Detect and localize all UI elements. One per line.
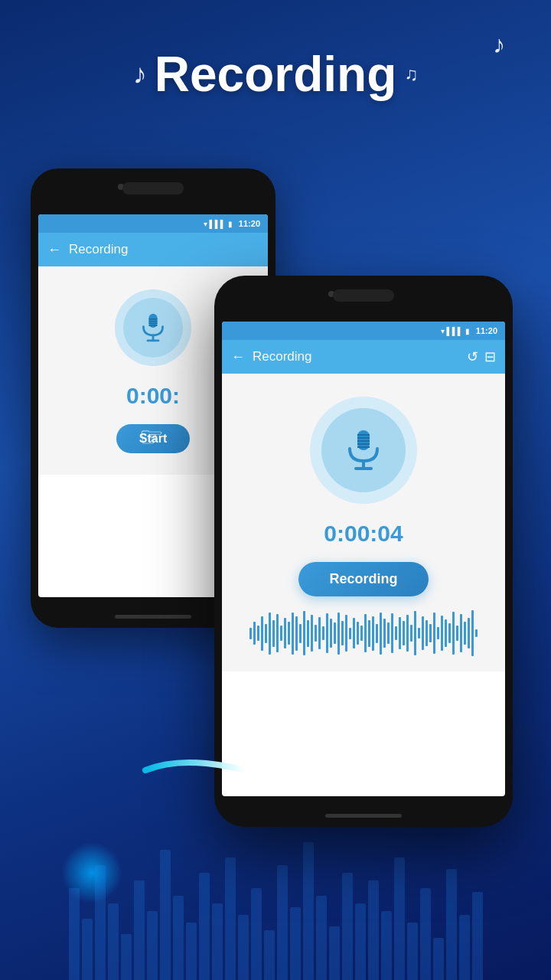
back-microphone-icon — [137, 312, 169, 344]
front-status-icons: ▾ ▌▌▌ ▮ — [441, 327, 470, 335]
wifi-icon: ▾ — [204, 220, 207, 228]
hand-cursor-icon: ☞ — [139, 421, 164, 453]
back-mic-outer-ring — [115, 289, 191, 366]
front-time: 11:20 — [476, 326, 497, 335]
undo-icon[interactable]: ↺ — [467, 348, 478, 365]
save-icon[interactable]: ⊟ — [484, 348, 496, 365]
front-battery-icon: ▮ — [465, 327, 470, 335]
battery-icon: ▮ — [228, 220, 233, 228]
back-status-icons: ▾ ▌▌▌ ▮ — [204, 220, 233, 228]
front-mic-outer-ring — [310, 397, 417, 504]
back-mic-inner-ring — [123, 298, 183, 358]
music-note-left: ♪ — [133, 58, 147, 90]
front-app-bar-icons: ↺ ⊟ — [467, 348, 496, 365]
back-timer: 0:00: — [126, 383, 180, 409]
back-arrow-icon[interactable]: ← — [47, 242, 61, 258]
front-phone-home-bar — [325, 814, 402, 818]
back-mic-container — [115, 289, 191, 366]
svg-marker-7 — [256, 764, 272, 776]
arrow-container — [138, 747, 276, 796]
back-time: 11:20 — [239, 219, 260, 228]
back-phone-home-bar — [115, 615, 191, 619]
front-signal-icon: ▌▌▌ — [447, 327, 463, 335]
waveform — [249, 610, 478, 656]
front-phone-screen: ▾ ▌▌▌ ▮ 11:20 ← Recording ↺ ⊟ — [222, 322, 505, 796]
front-back-arrow-icon[interactable]: ← — [231, 349, 245, 365]
back-start-container: Start ☞ — [116, 418, 190, 459]
front-app-content: 0:00:04 Recording — [222, 374, 505, 671]
title-area: ♪ Recording ♫ — [0, 46, 551, 103]
glow-orb — [61, 842, 122, 903]
front-microphone-icon — [341, 427, 386, 473]
front-mic-inner-ring — [321, 408, 406, 492]
recording-button[interactable]: Recording — [298, 562, 428, 596]
back-app-bar: ← Recording — [38, 233, 268, 266]
front-status-bar: ▾ ▌▌▌ ▮ 11:20 — [222, 322, 505, 340]
front-timer: 0:00:04 — [324, 521, 403, 547]
music-note-top-right: ♪ — [493, 31, 505, 59]
front-mic-container — [310, 397, 417, 504]
back-app-title: Recording — [69, 242, 259, 257]
phone-speaker-front — [333, 289, 394, 302]
front-phone: ▾ ▌▌▌ ▮ 11:20 ← Recording ↺ ⊟ — [214, 276, 513, 827]
arrow-icon — [138, 747, 276, 793]
front-app-bar: ← Recording ↺ ⊟ — [222, 340, 505, 374]
front-wifi-icon: ▾ — [441, 327, 445, 335]
page-title: Recording — [155, 46, 396, 103]
front-app-title: Recording — [253, 349, 459, 364]
music-note-right-small: ♫ — [404, 64, 418, 85]
signal-icon: ▌▌▌ — [210, 220, 226, 228]
back-status-bar: ▾ ▌▌▌ ▮ 11:20 — [38, 214, 268, 233]
phone-speaker-back — [122, 182, 184, 194]
